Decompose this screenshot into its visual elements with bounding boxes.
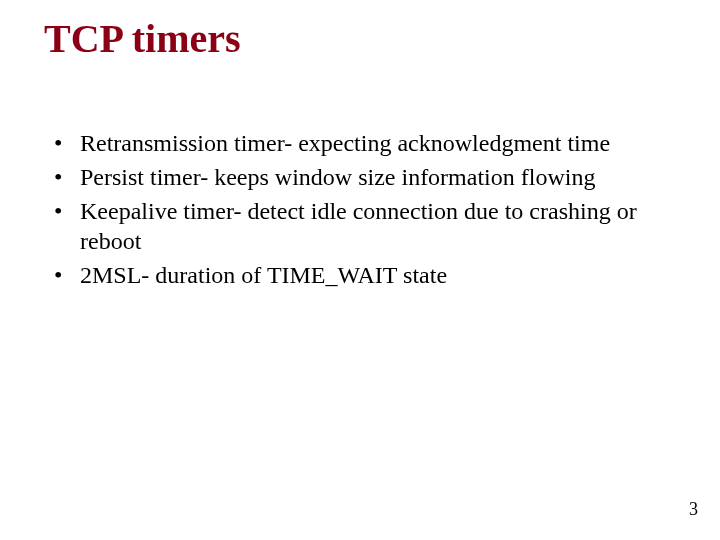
list-item: Persist timer- keeps window size informa… (54, 162, 664, 192)
list-item: 2MSL- duration of TIME_WAIT state (54, 260, 664, 290)
bullet-text: Keepalive timer- detect idle connection … (80, 198, 637, 254)
slide-body: Retransmission timer- expecting acknowle… (54, 128, 664, 294)
bullet-list: Retransmission timer- expecting acknowle… (54, 128, 664, 290)
list-item: Retransmission timer- expecting acknowle… (54, 128, 664, 158)
bullet-text: Persist timer- keeps window size informa… (80, 164, 595, 190)
slide-title: TCP timers (44, 15, 241, 62)
list-item: Keepalive timer- detect idle connection … (54, 196, 664, 256)
slide: TCP timers Retransmission timer- expecti… (0, 0, 720, 540)
bullet-text: Retransmission timer- expecting acknowle… (80, 130, 610, 156)
bullet-text: 2MSL- duration of TIME_WAIT state (80, 262, 447, 288)
page-number: 3 (689, 499, 698, 520)
